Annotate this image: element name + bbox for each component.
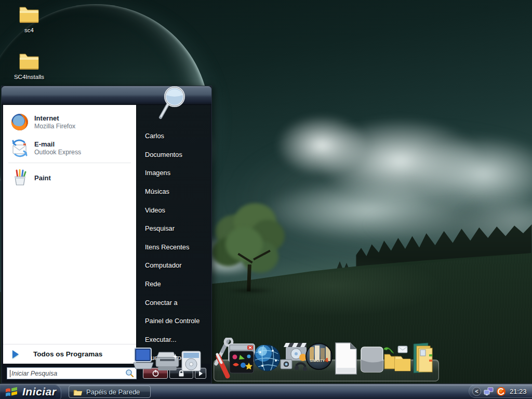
all-programs-button[interactable]: Todos os Programas (3, 344, 136, 364)
dock-laptop-icon[interactable] (132, 347, 154, 372)
firefox-icon (10, 113, 29, 131)
desktop-icon-label: sc4 (24, 27, 34, 33)
start-menu-item-executar[interactable]: Executar... (137, 330, 210, 349)
start-menu-item-imagens[interactable]: Imagens (137, 164, 210, 182)
desktop-icon-sc4[interactable]: sc4 (4, 4, 54, 34)
start-menu-right-panel: Carlos Documentos Imagens Músicas Videos… (136, 105, 210, 364)
start-menu-left-panel: Internet Mozilla Firefox E-mail Outlook … (3, 105, 136, 364)
start-menu: Internet Mozilla Firefox E-mail Outlook … (1, 86, 212, 383)
folder-icon (73, 388, 83, 396)
start-menu-item-carlos[interactable]: Carlos (137, 127, 210, 145)
start-menu-item-musicas[interactable]: Músicas (137, 182, 210, 201)
dock-network-globe-icon[interactable] (253, 343, 281, 373)
text-caret (10, 370, 10, 377)
start-menu-item-computador[interactable]: Computador (137, 256, 210, 275)
separator (8, 163, 131, 163)
taskbar: Iniciar Papéis de Parede < 21:23 (0, 383, 532, 399)
arrow-right-icon (12, 350, 19, 358)
outlook-express-icon (10, 139, 29, 157)
dock-applications-panel-icon[interactable] (228, 343, 256, 374)
tray-network-icon[interactable] (484, 387, 494, 396)
start-button-label: Iniciar (22, 385, 56, 398)
search-input[interactable]: Iniciar Pesquisa (7, 367, 137, 379)
tray-orange-app-icon[interactable] (496, 387, 506, 396)
pinned-item-title: Paint (34, 174, 51, 182)
taskbar-task-papeis-de-parede[interactable]: Papéis de Parede (69, 385, 151, 398)
start-menu-item-rede[interactable]: Rede (137, 275, 210, 294)
dock-document-icon[interactable] (334, 342, 358, 375)
system-tray: < 21:23 (469, 384, 532, 398)
start-menu-item-itens-recentes[interactable]: Itens Recentes (137, 238, 210, 257)
start-button[interactable]: Iniciar (0, 384, 61, 399)
tray-collapse-chevron[interactable]: < (472, 387, 481, 396)
start-menu-item-painel-de-controle[interactable]: Painel de Controle (137, 312, 210, 330)
all-programs-label: Todos os Programas (33, 350, 102, 358)
dock-media-camera-icon[interactable] (280, 342, 309, 374)
dock-disc-case-icon[interactable] (179, 349, 204, 374)
windows-flag-icon (5, 385, 18, 398)
folder-icon (18, 4, 41, 25)
start-menu-item-paint[interactable]: Paint (3, 165, 136, 191)
pinned-item-subtitle: Outlook Express (34, 149, 81, 156)
dock-organizer-icon[interactable] (410, 342, 434, 374)
desktop-icon-sc4installs[interactable]: SC4Installs (4, 51, 54, 81)
lone-tree (211, 199, 291, 298)
start-menu-item-pesquisar[interactable]: Pesquisar (137, 219, 210, 238)
start-menu-body: Internet Mozilla Firefox E-mail Outlook … (3, 105, 210, 364)
desktop-icon-label: SC4Installs (14, 74, 44, 80)
dock-mail-folders-icon[interactable] (382, 343, 411, 373)
start-menu-item-documentos[interactable]: Documentos (137, 145, 210, 164)
start-menu-item-conectar-a[interactable]: Conectar a (137, 293, 210, 312)
taskbar-clock[interactable]: 21:23 (510, 388, 527, 395)
start-menu-item-videos[interactable]: Videos (137, 201, 210, 219)
start-menu-item-email[interactable]: E-mail Outlook Express (3, 135, 136, 161)
dock-printer-icon[interactable] (154, 351, 181, 373)
paint-icon (10, 168, 29, 187)
pinned-item-subtitle: Mozilla Firefox (34, 123, 75, 130)
start-menu-item-internet[interactable]: Internet Mozilla Firefox (3, 109, 136, 135)
dock-blank-app-icon[interactable] (360, 346, 384, 373)
task-button-label: Papéis de Parede (86, 388, 140, 396)
magnifier-icon (154, 85, 191, 125)
search-placeholder: Iniciar Pesquisa (11, 370, 125, 377)
folder-icon (18, 51, 41, 72)
pinned-item-title: E-mail (34, 140, 81, 148)
pinned-item-title: Internet (34, 114, 75, 122)
start-menu-right-list: Carlos Documentos Imagens Músicas Videos… (137, 127, 210, 367)
